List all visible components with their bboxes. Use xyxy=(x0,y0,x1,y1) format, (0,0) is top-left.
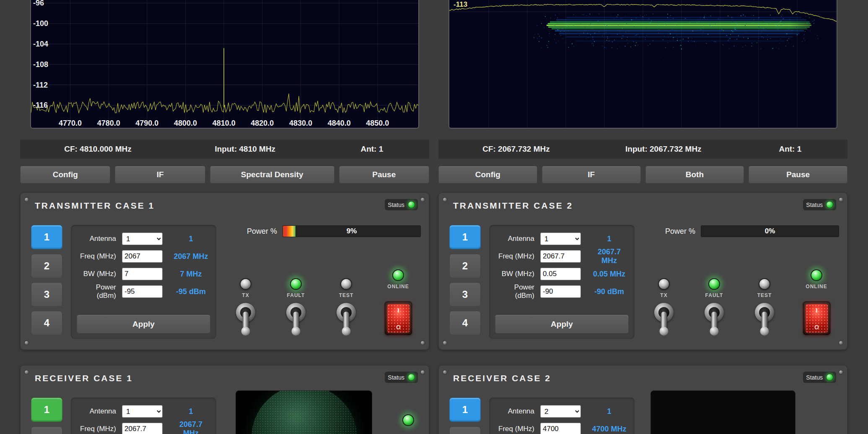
tx-led-icon xyxy=(240,278,251,290)
antenna-select[interactable]: 1 xyxy=(540,232,581,245)
switch-tip xyxy=(760,327,769,336)
test-led-icon xyxy=(759,278,770,290)
fault-led-label: FAULT xyxy=(695,292,733,298)
channel-button-4[interactable]: 4 xyxy=(31,311,62,335)
svg-text:4850.0: 4850.0 xyxy=(366,119,389,127)
antenna-select[interactable]: 1 xyxy=(122,405,163,418)
tx-indicator: TX xyxy=(227,278,264,298)
freq-display: 4700 MHz xyxy=(590,425,629,434)
test-led-icon xyxy=(340,278,352,290)
status-toggle[interactable]: Status xyxy=(803,372,836,383)
online-led-label: ONLINE xyxy=(798,284,835,289)
tx-led-label: TX xyxy=(227,292,264,298)
channel-button-2[interactable]: 2 xyxy=(31,254,62,278)
antenna-label: Antenna xyxy=(71,407,116,416)
rx-status-led-icon xyxy=(402,414,414,426)
status-toggle[interactable]: Status xyxy=(385,372,418,383)
rocker-on-label: I xyxy=(397,307,399,314)
rocker-off-label: O xyxy=(396,324,401,331)
power-label: Power (dBm) xyxy=(71,283,116,300)
test-toggle-switch[interactable] xyxy=(334,303,358,339)
freq-input[interactable] xyxy=(122,423,163,434)
channel-button-2[interactable]: 2 xyxy=(449,254,481,278)
freq-input[interactable] xyxy=(122,250,163,263)
switch-tip xyxy=(342,327,351,336)
freq-display: 2067 MHz xyxy=(171,252,210,261)
online-indicator: ONLINE xyxy=(379,269,417,289)
channel-button-2[interactable]: 2 xyxy=(449,426,481,434)
ant-readout: Ant: 1 xyxy=(360,145,383,154)
freq-label: Freq (MHz) xyxy=(489,425,534,433)
rocker-off-label: O xyxy=(814,324,819,331)
rocker-face: I O xyxy=(387,304,409,333)
power-percent-label: Power % xyxy=(648,227,695,236)
globe-icon xyxy=(251,390,357,434)
channel-button-1[interactable]: 1 xyxy=(449,225,481,249)
channel-button-2[interactable]: 2 xyxy=(31,426,62,434)
power-rocker-switch[interactable]: I O xyxy=(803,302,830,335)
svg-text:4820.0: 4820.0 xyxy=(251,119,274,127)
freq-input[interactable] xyxy=(540,423,581,434)
svg-text:4780.0: 4780.0 xyxy=(97,119,120,127)
tx-toggle-switch[interactable] xyxy=(234,303,257,339)
pause-button[interactable]: Pause xyxy=(339,166,429,183)
apply-button[interactable]: Apply xyxy=(77,315,210,333)
svg-text:4770.0: 4770.0 xyxy=(59,119,82,127)
channel-button-3[interactable]: 3 xyxy=(31,282,62,307)
channel-button-1[interactable]: 1 xyxy=(31,398,62,422)
power-input[interactable] xyxy=(122,285,163,298)
channel-button-1[interactable]: 1 xyxy=(449,398,481,422)
rocker-on-label: I xyxy=(816,307,817,314)
screw-icon xyxy=(421,341,425,345)
cf-readout: CF: 4810.000 MHz xyxy=(64,145,132,154)
freq-input[interactable] xyxy=(540,250,581,263)
svg-text:4840.0: 4840.0 xyxy=(328,119,351,127)
spectrum-plot: -96-100-104-108-112-1164770.04780.04790.… xyxy=(31,0,418,129)
pause-button[interactable]: Pause xyxy=(749,166,847,183)
if-button[interactable]: IF xyxy=(542,166,641,183)
input-readout: Input: 2067.732 MHz xyxy=(625,145,702,154)
panel-title: RECEIVER CASE 1 xyxy=(35,373,133,383)
right-column: -113 CF: 2067.732 MHz Input: 2067.732 MH… xyxy=(438,0,847,434)
channel-button-3[interactable]: 3 xyxy=(449,282,481,307)
fault-toggle-switch[interactable] xyxy=(702,303,726,339)
power-rocker-switch[interactable]: I O xyxy=(385,302,412,335)
channel-button-1[interactable]: 1 xyxy=(31,225,62,249)
svg-text:-100: -100 xyxy=(33,19,48,28)
antenna-label: Antenna xyxy=(489,407,534,416)
tx-indicator: TX xyxy=(645,278,683,298)
test-led-label: TEST xyxy=(327,292,365,298)
svg-text:4800.0: 4800.0 xyxy=(174,119,197,127)
tx-toggle-switch[interactable] xyxy=(652,303,676,339)
channel-button-4[interactable]: 4 xyxy=(449,311,481,335)
screw-icon xyxy=(25,341,29,345)
panel-title: TRANSMITTER CASE 2 xyxy=(453,201,573,211)
receiver-case-1-panel: RECEIVER CASE 1 Status 1 2 Antenna 1 1 F… xyxy=(20,365,429,434)
fault-led-label: FAULT xyxy=(277,292,315,298)
spectrum-display: -96-100-104-108-112-1164770.04780.04790.… xyxy=(30,0,419,129)
test-toggle-switch[interactable] xyxy=(753,303,776,339)
screw-icon xyxy=(839,198,843,202)
transmitter-case-1-panel: TRANSMITTER CASE 1 Status 1 2 3 4 Antenn… xyxy=(20,193,429,350)
display-mode-button[interactable]: Both xyxy=(645,166,744,183)
if-button[interactable]: IF xyxy=(115,166,205,183)
status-led-icon xyxy=(408,374,415,381)
power-percent-bar: 0% xyxy=(701,225,839,237)
apply-button[interactable]: Apply xyxy=(495,315,629,333)
bw-input[interactable] xyxy=(540,268,581,280)
status-toggle[interactable]: Status xyxy=(385,199,418,210)
screw-icon xyxy=(443,198,447,202)
fault-toggle-switch[interactable] xyxy=(284,303,308,339)
screw-icon xyxy=(25,198,29,202)
display-mode-button[interactable]: Spectral Density xyxy=(210,166,334,183)
status-label: Status xyxy=(806,202,823,208)
status-toggle[interactable]: Status xyxy=(803,199,836,210)
cf-readout: CF: 2067.732 MHz xyxy=(482,145,550,154)
antenna-select[interactable]: 1 xyxy=(122,232,163,245)
power-input[interactable] xyxy=(540,285,581,298)
config-button[interactable]: Config xyxy=(20,166,110,183)
config-button[interactable]: Config xyxy=(438,166,537,183)
antenna-select[interactable]: 2 xyxy=(540,405,581,418)
fault-led-icon xyxy=(708,278,720,290)
bw-input[interactable] xyxy=(122,268,163,280)
